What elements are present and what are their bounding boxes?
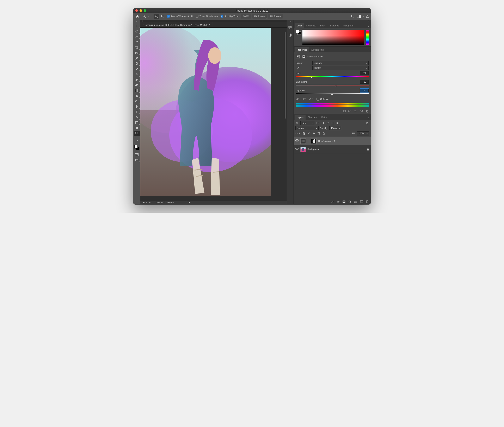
lasso-tool[interactable]: [134, 34, 140, 39]
share-icon[interactable]: [366, 15, 370, 18]
filter-pixel-icon[interactable]: [316, 121, 320, 125]
toggle-visibility-icon[interactable]: [348, 109, 352, 113]
move-tool[interactable]: [134, 23, 140, 29]
home-button[interactable]: [134, 14, 140, 19]
document-tab[interactable]: × changing-color.jpg @ 33.3% (Hue/Satura…: [140, 22, 212, 28]
previous-state-icon[interactable]: [360, 109, 363, 113]
color-tab[interactable]: Color: [295, 23, 304, 28]
lightness-slider[interactable]: [296, 93, 369, 95]
link-layers-icon[interactable]: [331, 200, 334, 204]
colorize-checkbox[interactable]: Colorize: [316, 98, 329, 100]
new-group-icon[interactable]: [354, 200, 357, 204]
lock-transparent-icon[interactable]: [302, 131, 306, 135]
filter-adjust-icon[interactable]: [321, 121, 325, 125]
panel-menu-icon[interactable]: ≡: [367, 48, 370, 52]
visibility-icon[interactable]: [295, 139, 299, 143]
layer-name[interactable]: Hue/Saturation 1: [318, 140, 335, 142]
pen-tool[interactable]: [134, 104, 140, 109]
trash-icon[interactable]: [365, 200, 369, 204]
adjustments-tab[interactable]: Adjustments: [309, 47, 326, 52]
quick-mask-icon[interactable]: [134, 152, 140, 157]
histogram-tab[interactable]: Histogram: [341, 23, 355, 28]
hue-value[interactable]: -79: [360, 71, 369, 75]
hue-range-bars[interactable]: [296, 103, 369, 107]
visibility-icon[interactable]: [295, 148, 299, 151]
zoom-out-icon[interactable]: [160, 14, 165, 19]
saturation-value[interactable]: +10: [360, 80, 369, 84]
swatches-tab[interactable]: Swatches: [304, 23, 318, 28]
fg-bg-mini-swatch[interactable]: [296, 30, 301, 35]
eraser-tool[interactable]: [134, 82, 140, 88]
fill-screen-button[interactable]: Fill Screen: [268, 14, 283, 19]
edit-toolbar-icon[interactable]: ⋯: [134, 138, 140, 143]
fit-screen-button[interactable]: Fit Screen: [252, 14, 267, 19]
new-adjustment-icon[interactable]: [348, 200, 352, 204]
mask-icon[interactable]: [302, 55, 306, 58]
close-tab-icon[interactable]: ×: [143, 23, 144, 26]
vertical-scrollbar[interactable]: [284, 28, 287, 200]
shape-tool[interactable]: [134, 120, 140, 125]
layer-row[interactable]: Background: [294, 145, 371, 153]
lock-paint-icon[interactable]: [307, 131, 311, 135]
healing-brush-tool[interactable]: [134, 61, 140, 66]
lock-artboard-icon[interactable]: [317, 131, 321, 135]
filter-search-icon[interactable]: [295, 121, 299, 125]
eyedropper-add-icon[interactable]: +: [302, 97, 306, 101]
paths-tab[interactable]: Paths: [319, 115, 329, 120]
zoom-tool[interactable]: [134, 131, 140, 136]
scrubby-zoom-checkbox[interactable]: ✓Scrubby Zoom: [220, 15, 240, 18]
workspace-switcher-icon[interactable]: [357, 15, 361, 18]
blur-tool[interactable]: [134, 93, 140, 98]
brush-tool[interactable]: [134, 66, 140, 71]
layer-row[interactable]: ⬚ Hue/Saturation 1: [294, 137, 371, 145]
zoom-in-icon[interactable]: [154, 14, 159, 19]
history-panel-icon[interactable]: [287, 25, 293, 30]
fg-bg-swatches[interactable]: [134, 145, 140, 151]
layers-tab[interactable]: Layers: [295, 115, 306, 120]
maximize-button[interactable]: [144, 9, 146, 12]
search-icon[interactable]: [351, 15, 354, 18]
link-icon[interactable]: ⬚: [307, 140, 309, 142]
collapse-grip-icon[interactable]: ◂◂: [140, 20, 143, 22]
filter-smart-icon[interactable]: [336, 121, 340, 125]
panel-menu-icon[interactable]: ≡: [367, 116, 370, 120]
frame-tool[interactable]: [134, 50, 140, 55]
properties-tab[interactable]: Properties: [295, 47, 309, 52]
screen-mode-icon[interactable]: [134, 157, 140, 162]
collapse-grip-icon[interactable]: ▸▸: [368, 20, 371, 22]
zoom-all-windows-checkbox[interactable]: Zoom All Windows: [195, 15, 219, 18]
libraries-tab[interactable]: Libraries: [328, 23, 341, 28]
channel-dropdown[interactable]: Master: [312, 66, 369, 70]
filter-shape-icon[interactable]: [331, 121, 335, 125]
eyedropper-tool[interactable]: [134, 55, 140, 61]
status-doc-info[interactable]: Doc: 68.7M/89.9M: [153, 200, 186, 204]
hand-tool[interactable]: [134, 125, 140, 130]
path-select-tool[interactable]: [134, 114, 140, 120]
new-layer-icon[interactable]: [360, 200, 363, 204]
fill-dropdown[interactable]: 100%: [357, 131, 369, 136]
opacity-dropdown[interactable]: 100%: [329, 126, 341, 130]
quick-select-tool[interactable]: [134, 39, 140, 45]
eyedropper-subtract-icon[interactable]: −: [309, 97, 313, 101]
color-field[interactable]: [302, 30, 364, 45]
filter-toggle[interactable]: [365, 121, 369, 125]
workspace-dropdown-icon[interactable]: ⌄: [362, 15, 364, 17]
preset-dropdown[interactable]: Custom: [312, 61, 369, 65]
collapse-grip-icon[interactable]: ◂◂: [290, 21, 291, 23]
minimize-button[interactable]: [140, 9, 142, 12]
hue-strip[interactable]: [366, 30, 369, 45]
clip-to-layer-icon[interactable]: [342, 109, 346, 113]
image-canvas[interactable]: [140, 28, 271, 196]
add-mask-icon[interactable]: [342, 200, 346, 204]
history-brush-tool[interactable]: [134, 77, 140, 82]
panel-menu-icon[interactable]: ≡: [367, 24, 370, 28]
close-button[interactable]: [135, 9, 138, 12]
lock-position-icon[interactable]: [312, 131, 316, 135]
layer-name[interactable]: Background: [307, 148, 320, 151]
marquee-tool[interactable]: [134, 29, 140, 34]
reset-icon[interactable]: [354, 109, 357, 113]
status-more-icon[interactable]: ▶: [186, 200, 193, 204]
preset-dropdown-icon[interactable]: ⌄: [148, 15, 150, 17]
hue-slider[interactable]: [296, 75, 369, 77]
lock-all-icon[interactable]: [322, 131, 326, 135]
